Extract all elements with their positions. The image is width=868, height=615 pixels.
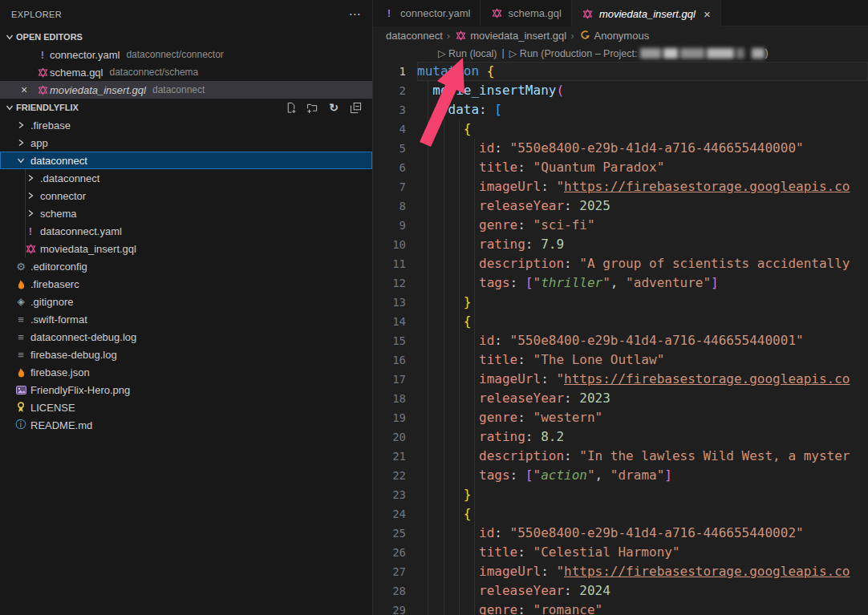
code-line-4[interactable]: 4 { bbox=[373, 119, 868, 139]
code-line-17[interactable]: 17 imageUrl: "https://firebasestorage.go… bbox=[373, 370, 868, 389]
tree-item-.gitignore[interactable]: ◈.gitignore bbox=[0, 293, 372, 310]
code-line-3[interactable]: 3 data: [ bbox=[373, 100, 868, 119]
code-line-6[interactable]: 6 title: "Quantum Paradox" bbox=[373, 158, 868, 177]
code-line-5[interactable]: 5 id: "550e8400-e29b-41d4-a716-446655440… bbox=[373, 139, 868, 158]
tree-item-LICENSE[interactable]: LICENSE bbox=[0, 399, 372, 416]
line-number: 28 bbox=[373, 581, 417, 601]
code-line-26[interactable]: 26 title: "Celestial Harmony" bbox=[373, 543, 868, 562]
refresh-button[interactable]: ↻ bbox=[327, 100, 341, 115]
code-line-29[interactable]: 29 genre: "romance" bbox=[373, 601, 868, 615]
run-production-link[interactable]: ▷ Run (Production – Project: bbox=[509, 47, 638, 59]
code-line-27[interactable]: 27 imageUrl: "https://firebasestorage.go… bbox=[373, 562, 868, 581]
tree-item-moviedata_insert.gql[interactable]: moviedata_insert.gql bbox=[0, 240, 372, 257]
tree-item-.editorconfig[interactable]: ⚙.editorconfig bbox=[0, 257, 372, 275]
project-section-header[interactable]: FRIENDLYFLIX ↻ bbox=[0, 99, 372, 116]
tree-item-dataconnect[interactable]: dataconnect bbox=[0, 152, 372, 169]
explorer-title: EXPLORER bbox=[11, 10, 62, 19]
tree-item-label: dataconnect-debug.log bbox=[30, 331, 136, 343]
tree-item-.dataconnect[interactable]: .dataconnect bbox=[0, 169, 372, 187]
tree-item-.firebase[interactable]: .firebase bbox=[0, 116, 372, 134]
tab-schema.gql[interactable]: schema.gql bbox=[481, 0, 571, 26]
open-editor-connector.yaml[interactable]: !connector.yamldataconnect/connector bbox=[0, 46, 372, 63]
codelens-row: ▷ Run (local) | ▷ Run (Production – Proj… bbox=[373, 44, 868, 62]
tree-item-dataconnect-debug.log[interactable]: ≡dataconnect-debug.log bbox=[0, 328, 372, 346]
code-line-content: releaseYear: 2024 bbox=[417, 581, 868, 601]
code-line-7[interactable]: 7 imageUrl: "https://firebasestorage.goo… bbox=[373, 177, 868, 196]
tab-bar: !connector.yamlschema.gqlmoviedata_inser… bbox=[373, 0, 868, 26]
chevron-right-icon bbox=[24, 209, 37, 217]
open-editors-header[interactable]: OPEN EDITORS bbox=[0, 28, 372, 46]
line-number: 5 bbox=[373, 139, 417, 158]
tab-label: schema.gql bbox=[508, 7, 561, 19]
code-line-20[interactable]: 20 rating: 8.2 bbox=[373, 427, 868, 447]
close-tab-icon[interactable]: × bbox=[704, 7, 711, 21]
tree-item-.firebaserc[interactable]: .firebaserc bbox=[0, 275, 372, 293]
code-line-22[interactable]: 22 tags: ["action", "drama"] bbox=[373, 466, 868, 485]
code-line-12[interactable]: 12 tags: ["thriller", "adventure"] bbox=[373, 273, 868, 293]
tab-connector.yaml[interactable]: !connector.yaml bbox=[373, 0, 481, 26]
open-editor-schema.gql[interactable]: schema.gqldataconnect/schema bbox=[0, 63, 372, 81]
new-file-button[interactable] bbox=[283, 100, 298, 115]
code-line-28[interactable]: 28 releaseYear: 2024 bbox=[373, 581, 868, 601]
more-actions-icon[interactable]: ⋯ bbox=[349, 7, 361, 22]
code-line-11[interactable]: 11 description: "A group of scientists a… bbox=[373, 254, 868, 273]
line-number: 20 bbox=[373, 427, 417, 447]
image-file-icon bbox=[14, 383, 27, 396]
tab-moviedata_insert.gql[interactable]: moviedata_insert.gql× bbox=[572, 0, 721, 27]
tree-item-dataconnect.yaml[interactable]: !dataconnect.yaml bbox=[0, 222, 372, 240]
tree-item-schema[interactable]: schema bbox=[0, 204, 372, 222]
file-tree: .firebaseappdataconnect.dataconnectconne… bbox=[0, 116, 372, 434]
yaml-file-icon: ! bbox=[35, 48, 50, 61]
code-line-21[interactable]: 21 description: "In the lawless Wild Wes… bbox=[373, 447, 868, 466]
code-line-18[interactable]: 18 releaseYear: 2023 bbox=[373, 389, 868, 408]
tree-item-FriendlyFlix-Hero.png[interactable]: FriendlyFlix-Hero.png bbox=[0, 381, 372, 399]
breadcrumb-label: dataconnect bbox=[386, 30, 443, 42]
breadcrumb-item-Anonymous[interactable]: Anonymous bbox=[578, 29, 650, 42]
code-line-25[interactable]: 25 id: "550e8400-e29b-41d4-a716-44665544… bbox=[373, 524, 868, 543]
code-line-8[interactable]: 8 releaseYear: 2025 bbox=[373, 196, 868, 216]
code-line-content: title: "Celestial Harmony" bbox=[417, 543, 868, 562]
code-line-content: description: "A group of scientists acci… bbox=[417, 254, 868, 273]
tree-item-connector[interactable]: connector bbox=[0, 187, 372, 204]
collapse-all-button[interactable] bbox=[348, 100, 363, 115]
code-line-1[interactable]: 1mutation { bbox=[373, 62, 868, 81]
code-line-10[interactable]: 10 rating: 7.9 bbox=[373, 235, 868, 254]
tree-item-app[interactable]: app bbox=[0, 134, 372, 152]
open-editors-label: OPEN EDITORS bbox=[16, 32, 83, 42]
breadcrumb-item-dataconnect[interactable]: dataconnect bbox=[386, 30, 443, 42]
close-editor-icon[interactable]: × bbox=[21, 83, 35, 96]
run-local-link[interactable]: ▷ Run (local) bbox=[438, 47, 497, 59]
code-line-content: id: "550e8400-e29b-41d4-a716-44665544000… bbox=[417, 139, 868, 158]
chevron-down-icon bbox=[3, 33, 16, 41]
code-line-13[interactable]: 13 } bbox=[373, 293, 868, 312]
tree-item-label: README.md bbox=[30, 419, 92, 431]
breadcrumb: dataconnect›moviedata_insert.gql›Anonymo… bbox=[373, 26, 868, 44]
line-number: 1 bbox=[373, 62, 417, 81]
code-line-15[interactable]: 15 id: "550e8400-e29b-41d4-a716-44665544… bbox=[373, 331, 868, 350]
tree-item-README.md[interactable]: ⓘREADME.md bbox=[0, 416, 372, 434]
code-line-9[interactable]: 9 genre: "sci-fi" bbox=[373, 216, 868, 235]
tree-item-label: LICENSE bbox=[30, 402, 75, 414]
tree-item-.swift-format[interactable]: ≡.swift-format bbox=[0, 310, 372, 328]
new-folder-button[interactable] bbox=[305, 100, 319, 115]
chevron-right-icon bbox=[24, 174, 37, 182]
breadcrumb-item-moviedata_insert.gql[interactable]: moviedata_insert.gql bbox=[454, 29, 566, 42]
code-line-content: genre: "western" bbox=[417, 408, 868, 427]
code-line-14[interactable]: 14 { bbox=[373, 312, 868, 331]
open-editor-filename: moviedata_insert.gql bbox=[50, 84, 146, 96]
line-number: 26 bbox=[373, 543, 417, 562]
tree-item-firebase.json[interactable]: firebase.json bbox=[0, 363, 372, 381]
code-line-content: title: "The Lone Outlaw" bbox=[417, 350, 868, 370]
open-editor-moviedata_insert.gql[interactable]: ×moviedata_insert.gqldataconnect bbox=[0, 81, 372, 99]
line-number: 17 bbox=[373, 370, 417, 389]
code-line-2[interactable]: 2 movie_insertMany( bbox=[373, 81, 868, 100]
yaml-file-icon: ! bbox=[383, 7, 395, 20]
tree-item-firebase-debug.log[interactable]: ≡firebase-debug.log bbox=[0, 346, 372, 363]
code-line-23[interactable]: 23 } bbox=[373, 485, 868, 504]
editor-code-area[interactable]: 1mutation {2 movie_insertMany(3 data: [4… bbox=[373, 62, 868, 615]
tab-label: connector.yaml bbox=[400, 7, 470, 19]
code-line-24[interactable]: 24 { bbox=[373, 504, 868, 524]
code-line-content: genre: "sci-fi" bbox=[417, 216, 868, 235]
code-line-16[interactable]: 16 title: "The Lone Outlaw" bbox=[373, 350, 868, 370]
code-line-19[interactable]: 19 genre: "western" bbox=[373, 408, 868, 427]
